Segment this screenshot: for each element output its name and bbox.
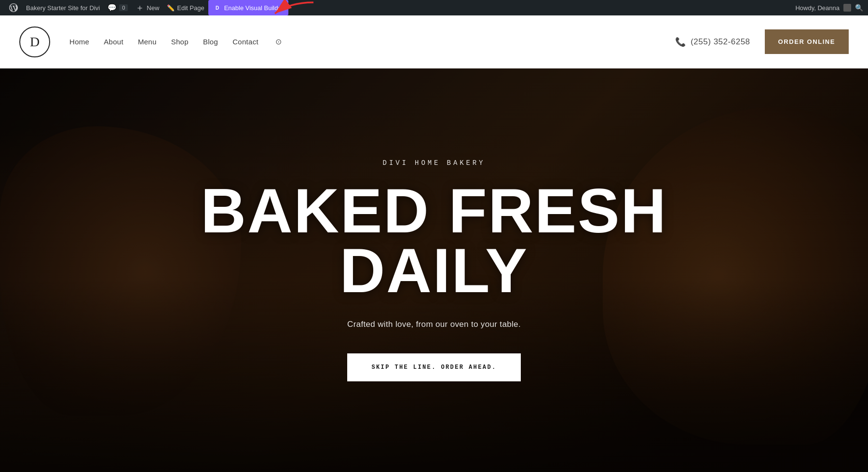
site-name-text: Bakery Starter Site for Divi — [26, 4, 100, 12]
pencil-icon: ✏️ — [167, 4, 175, 12]
nav-search-icon[interactable]: ⊙ — [275, 37, 282, 46]
admin-bar-right: Howdy, Deanna 🔍 — [795, 4, 863, 12]
comments-link[interactable]: 💬 0 — [104, 0, 132, 15]
site-logo[interactable]: D — [19, 27, 50, 57]
phone-block: 📞 (255) 352-6258 — [675, 37, 750, 47]
phone-number: (255) 352-6258 — [691, 37, 750, 47]
header-right: 📞 (255) 352-6258 ORDER ONLINE — [675, 29, 849, 54]
howdy-text: Howdy, Deanna — [795, 4, 840, 12]
hero-content: DIVI HOME BAKERY BAKED FRESH DAILY Craft… — [0, 68, 868, 472]
plus-icon: ＋ — [136, 3, 144, 12]
nav-blog[interactable]: Blog — [203, 38, 218, 46]
hero-title: BAKED FRESH DAILY — [201, 181, 667, 300]
hero-subtitle: Crafted with love, from our oven to your… — [347, 320, 521, 329]
new-link[interactable]: ＋ New — [132, 0, 163, 15]
nav-menu[interactable]: Menu — [138, 38, 157, 46]
logo-letter: D — [30, 34, 40, 50]
edit-label: Edit Page — [177, 4, 204, 12]
user-avatar — [843, 4, 851, 12]
hero-section: DIVI HOME BAKERY BAKED FRESH DAILY Craft… — [0, 68, 868, 472]
hero-title-line2: DAILY — [339, 235, 528, 306]
nav-home[interactable]: Home — [69, 38, 89, 46]
comments-count: 0 — [119, 4, 128, 11]
enable-visual-builder-label: Enable Visual Builder — [224, 4, 284, 12]
divi-icon: D — [213, 3, 222, 12]
nav-contact[interactable]: Contact — [232, 38, 258, 46]
hero-eyebrow: DIVI HOME BAKERY — [383, 159, 486, 167]
phone-icon: 📞 — [675, 37, 686, 47]
edit-page-link[interactable]: ✏️ Edit Page — [163, 0, 208, 15]
wordpress-icon — [9, 3, 18, 13]
hero-cta-button[interactable]: SKIP THE LINE. ORDER AHEAD. — [347, 353, 520, 381]
new-label: New — [147, 4, 159, 12]
enable-visual-builder-button[interactable]: D Enable Visual Builder — [208, 0, 288, 15]
order-online-button[interactable]: ORDER ONLINE — [765, 29, 849, 54]
site-name-link[interactable]: Bakery Starter Site for Divi — [22, 0, 104, 15]
site-header: D Home About Menu Shop Blog Contact ⊙ 📞 … — [0, 15, 868, 68]
admin-bar: Bakery Starter Site for Divi 💬 0 ＋ New ✏… — [0, 0, 868, 15]
nav-about[interactable]: About — [104, 38, 123, 46]
site-nav: Home About Menu Shop Blog Contact ⊙ — [69, 37, 282, 46]
nav-shop[interactable]: Shop — [171, 38, 189, 46]
admin-search-icon[interactable]: 🔍 — [855, 4, 863, 12]
wp-logo-link[interactable] — [5, 0, 22, 15]
